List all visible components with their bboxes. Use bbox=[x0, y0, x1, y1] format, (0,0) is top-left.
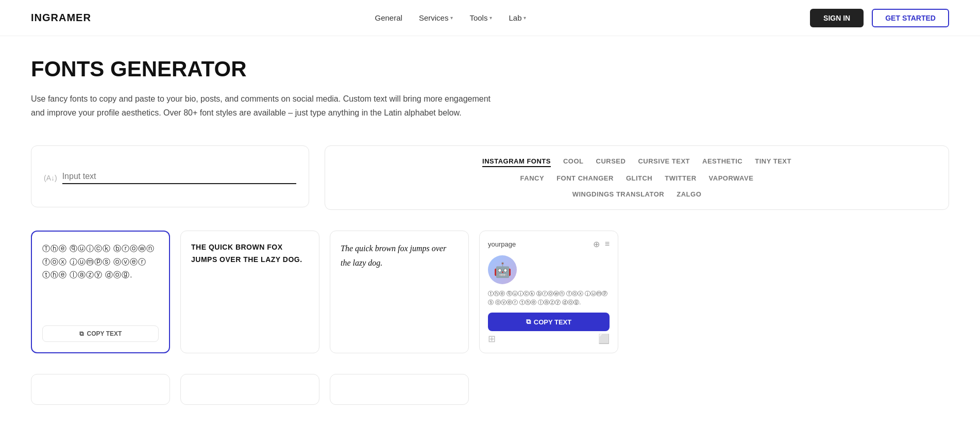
input-icon: (A↓) bbox=[44, 174, 57, 182]
bottom-cards-grid bbox=[0, 374, 980, 425]
input-panel: (A↓) bbox=[31, 145, 309, 207]
hero-description: Use fancy fonts to copy and paste to you… bbox=[31, 92, 495, 120]
font-card-cursive-text: The quick brown fox jumps over the lazy … bbox=[341, 241, 458, 342]
copy-button-profile[interactable]: ⧉ COPY TEXT bbox=[488, 313, 610, 331]
tools-chevron-icon: ▾ bbox=[489, 15, 492, 21]
font-card-circled: Ⓣⓗⓔ ⓠⓤⓘⓒⓚ ⓑⓡⓞⓦⓝ ⓕⓞⓧ ⓙⓤⓜⓟⓢ ⓞⓥⓔⓡ ⓣⓗⓔ ⓛⓐⓩⓨ … bbox=[31, 231, 170, 353]
font-card-cursive: The quick brown fox jumps over the lazy … bbox=[330, 231, 469, 353]
tab-glitch[interactable]: GLITCH bbox=[626, 173, 652, 183]
getstarted-button[interactable]: GET STARTED bbox=[872, 9, 949, 27]
tab-tiny-text[interactable]: TINY TEXT bbox=[755, 156, 791, 167]
signin-button[interactable]: SIGN IN bbox=[810, 9, 864, 27]
copy-icon-blue: ⧉ bbox=[526, 318, 531, 326]
navbar: INGRAMER General Services ▾ Tools ▾ Lab … bbox=[0, 0, 980, 36]
tabs-row-1: INSTAGRAM FONTS COOL CURSED CURSIVE TEXT… bbox=[337, 156, 936, 167]
bottom-card-3 bbox=[330, 374, 469, 405]
logo[interactable]: INGRAMER bbox=[31, 12, 91, 24]
copy-icon: ⧉ bbox=[79, 330, 84, 337]
main-content: (A↓) INSTAGRAM FONTS COOL CURSED CURSIVE… bbox=[0, 145, 980, 231]
font-card-smallcaps-text: THE QUICK BROWN FOX JUMPS OVER THE LAZY … bbox=[191, 241, 309, 342]
nav-general[interactable]: General bbox=[375, 13, 402, 22]
font-card-circled-text: Ⓣⓗⓔ ⓠⓤⓘⓒⓚ ⓑⓡⓞⓦⓝ ⓕⓞⓧ ⓙⓤⓜⓟⓢ ⓞⓥⓔⓡ ⓣⓗⓔ ⓛⓐⓩⓨ … bbox=[42, 242, 159, 317]
tabs-row-2: FANCY FONT CHANGER GLITCH TWITTER VAPORW… bbox=[337, 173, 936, 183]
avatar: 🤖 bbox=[488, 255, 517, 284]
services-chevron-icon: ▾ bbox=[450, 15, 453, 21]
nav-actions: SIGN IN GET STARTED bbox=[810, 9, 949, 27]
plus-icon[interactable]: ⊕ bbox=[593, 239, 600, 249]
nav-tools[interactable]: Tools ▾ bbox=[469, 13, 492, 22]
tabs-panel: INSTAGRAM FONTS COOL CURSED CURSIVE TEXT… bbox=[325, 145, 949, 210]
profile-actions: ⊕ ≡ bbox=[593, 239, 610, 249]
tab-fancy[interactable]: FANCY bbox=[520, 173, 545, 183]
nav-services[interactable]: Services ▾ bbox=[419, 13, 453, 22]
tab-font-changer[interactable]: FONT CHANGER bbox=[556, 173, 614, 183]
tab-aesthetic[interactable]: AESTHETIC bbox=[702, 156, 742, 167]
page-title: FONTS GENERATOR bbox=[31, 57, 949, 81]
menu-icon[interactable]: ≡ bbox=[605, 239, 610, 249]
grid-icon[interactable]: ⊞ bbox=[488, 333, 496, 345]
font-card-smallcaps: THE QUICK BROWN FOX JUMPS OVER THE LAZY … bbox=[180, 231, 319, 353]
person-icon[interactable]: ⬜ bbox=[598, 333, 610, 345]
nav-lab[interactable]: Lab ▾ bbox=[509, 13, 526, 22]
profile-card-header: yourpage ⊕ ≡ bbox=[488, 239, 610, 249]
profile-username: yourpage bbox=[488, 240, 516, 248]
copy-button-circled[interactable]: ⧉ COPY TEXT bbox=[42, 325, 159, 342]
nav-links: General Services ▾ Tools ▾ Lab ▾ bbox=[375, 13, 527, 22]
card-footer: ⊞ ⬜ bbox=[488, 331, 610, 345]
tabs-row-3: WINGDINGS TRANSLATOR ZALGO bbox=[337, 189, 936, 199]
tab-cursed[interactable]: CURSED bbox=[596, 156, 626, 167]
profile-bio-text: ⓣⓗⓔ ⓠⓤⓘⓒⓚ ⓑⓡⓞⓦⓝ ⓕⓞⓧ ⓙⓤⓜⓟⓢ ⓞⓥⓔⓡ ⓣⓗⓔ ⓛⓐⓩⓨ … bbox=[488, 289, 610, 306]
bottom-card-2 bbox=[180, 374, 319, 405]
tab-vaporwave[interactable]: VAPORWAVE bbox=[709, 173, 754, 183]
tab-twitter[interactable]: TWITTER bbox=[665, 173, 696, 183]
tab-zalgo[interactable]: ZALGO bbox=[677, 189, 701, 199]
tab-cursive-text[interactable]: CURSIVE TEXT bbox=[638, 156, 690, 167]
tab-wingdings[interactable]: WINGDINGS TRANSLATOR bbox=[572, 189, 665, 199]
avatar-emoji: 🤖 bbox=[494, 261, 512, 279]
cards-grid: Ⓣⓗⓔ ⓠⓤⓘⓒⓚ ⓑⓡⓞⓦⓝ ⓕⓞⓧ ⓙⓤⓜⓟⓢ ⓞⓥⓔⓡ ⓣⓗⓔ ⓛⓐⓩⓨ … bbox=[0, 231, 980, 374]
lab-chevron-icon: ▾ bbox=[523, 15, 526, 21]
text-input[interactable] bbox=[62, 172, 296, 184]
bottom-card-1 bbox=[31, 374, 170, 405]
tab-instagram-fonts[interactable]: INSTAGRAM FONTS bbox=[482, 156, 551, 167]
tab-cool[interactable]: COOL bbox=[563, 156, 584, 167]
hero-section: FONTS GENERATOR Use fancy fonts to copy … bbox=[0, 36, 980, 145]
profile-card: yourpage ⊕ ≡ 🤖 ⓣⓗⓔ ⓠⓤⓘⓒⓚ ⓑⓡⓞⓦⓝ ⓕⓞⓧ ⓙⓤⓜⓟⓢ… bbox=[479, 231, 618, 353]
